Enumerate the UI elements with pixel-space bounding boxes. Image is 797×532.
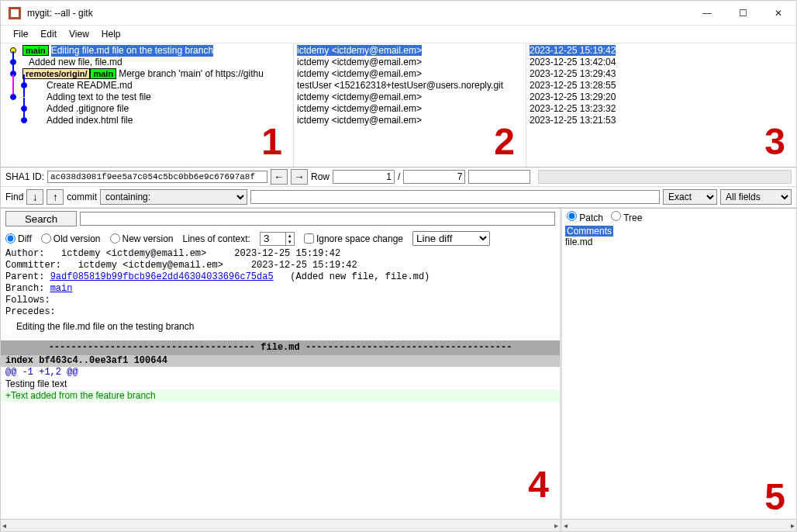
app-icon [9, 7, 21, 19]
menu-view[interactable]: View [63, 27, 95, 41]
diff-options-row: Diff Old version New version Lines of co… [1, 229, 560, 248]
author-entry: ictdemy <ictdemy@email.em> [297, 68, 523, 80]
date-pane[interactable]: 2023-12-25 15:19:42 2023-12-25 13:42:04 … [526, 43, 796, 167]
diff-body[interactable]: Author: ictdemy <ictdemy@email.em> 2023-… [1, 248, 560, 519]
commit-full-message: Editing the file.md file on the testing … [1, 318, 560, 340]
find-match-select[interactable]: Exact [663, 189, 717, 205]
patch-tree-row: Patch Tree [562, 209, 796, 226]
branch-label: main [90, 68, 116, 79]
commit-row[interactable]: Added .gitignore file [4, 103, 290, 115]
close-button[interactable]: ✕ [761, 1, 796, 26]
sha-label: SHA1 ID: [5, 171, 44, 182]
date-entry: 2023-12-25 13:28:55 [530, 80, 793, 92]
nav-back-button[interactable]: ← [271, 169, 288, 185]
row-sep: / [398, 171, 400, 182]
new-version-radio[interactable]: New version [110, 233, 174, 244]
diff-context-line: Testing file text [1, 378, 560, 390]
nav-forward-button[interactable]: → [291, 169, 308, 185]
tree-radio[interactable]: Tree [611, 211, 642, 223]
find-next-button[interactable]: ↓ [26, 189, 43, 205]
commit-row[interactable]: Adding text to the test file [4, 92, 290, 103]
scroll-right-icon: ▸ [791, 521, 795, 530]
minimize-button[interactable]: — [689, 1, 725, 26]
search-row: Search [1, 209, 560, 229]
author-entry: ictdemy <ictdemy@email.em> [297, 57, 523, 68]
progress-area [538, 170, 792, 184]
hscrollbar[interactable]: ◂▸ [1, 519, 560, 531]
lines-context-spinner[interactable]: ▴▾ [260, 232, 295, 246]
window-controls: — ☐ ✕ [689, 1, 796, 26]
top-panes: main Editing file.md file on the testing… [1, 43, 796, 168]
diff-panel: Search Diff Old version New version Line… [1, 209, 562, 531]
date-entry: 2023-12-25 13:42:04 [530, 57, 793, 68]
commit-message: Added index.html file [47, 115, 133, 126]
commit-message: Merge branch 'main' of https://githu [119, 68, 264, 80]
spin-up-icon[interactable]: ▴ [285, 233, 294, 239]
diff-file-header: ------------------------------------- fi… [1, 340, 560, 355]
date-entry: 2023-12-25 13:29:20 [530, 92, 793, 103]
file-list[interactable]: Comments file.md [562, 226, 796, 519]
diff-index-line: index bf463c4..0ee3af1 100644 [1, 355, 560, 367]
branch-link[interactable]: main [50, 283, 73, 294]
date-entry: 2023-12-25 13:29:43 [530, 68, 793, 80]
commit-row[interactable]: Added index.html file [4, 115, 290, 126]
old-version-radio[interactable]: Old version [41, 233, 101, 244]
menu-help[interactable]: Help [95, 27, 127, 41]
comments-header[interactable]: Comments [565, 226, 613, 237]
find-label: Find [5, 192, 23, 202]
menu-file[interactable]: File [7, 27, 34, 41]
annotation-overlay-3: 3 [764, 123, 785, 161]
commit-graph-pane[interactable]: main Editing file.md file on the testing… [1, 43, 294, 167]
diff-radio[interactable]: Diff [5, 233, 32, 244]
search-button[interactable]: Search [5, 211, 77, 226]
author-entry: ictdemy <ictdemy@email.em> [297, 103, 523, 115]
menu-edit[interactable]: Edit [34, 27, 63, 41]
scroll-right-icon: ▸ [554, 521, 558, 530]
commit-message: Editing file.md file on the testing bran… [51, 45, 213, 57]
lines-context-label: Lines of context: [183, 233, 250, 244]
search-input[interactable] [80, 212, 555, 226]
date-entry: 2023-12-25 13:23:32 [530, 103, 793, 115]
ignore-space-checkbox[interactable]: Ignore space change [304, 233, 403, 244]
annotation-overlay-1: 1 [261, 123, 282, 161]
annotation-overlay-5: 5 [764, 478, 785, 516]
author-entry: ictdemy <ictdemy@email.em> [297, 45, 422, 56]
bottom-split: Search Diff Old version New version Line… [1, 208, 796, 531]
file-entry[interactable]: file.md [565, 237, 793, 247]
diff-added-line: +Text added from the feature branch [1, 390, 560, 402]
commit-row[interactable]: Added new file, file.md [4, 57, 290, 68]
find-row: Find ↓ ↑ commit containing: Exact All fi… [1, 187, 796, 208]
author-entry: testUser <152162318+testUser@users.norep… [297, 80, 523, 92]
commit-message: Added .gitignore file [47, 103, 129, 115]
annotation-overlay-2: 2 [494, 123, 515, 161]
author-pane[interactable]: ictdemy <ictdemy@email.em> ictdemy <ictd… [294, 43, 526, 167]
patch-radio[interactable]: Patch [567, 211, 603, 223]
svg-rect-1 [11, 9, 19, 17]
parent-link[interactable]: 9adf085819b99fbcb96e2dd46304033696c75da5 [50, 271, 274, 282]
author-entry: ictdemy <ictdemy@email.em> [297, 115, 523, 126]
commit-message: Adding text to the test file [47, 92, 151, 103]
row-total: 7 [403, 170, 465, 184]
extra-field[interactable] [468, 170, 530, 184]
commit-row[interactable]: main Editing file.md file on the testing… [4, 45, 290, 57]
scroll-left-icon: ◂ [2, 521, 6, 530]
find-commit-label: commit [67, 192, 97, 202]
sha-row: SHA1 ID: ← → Row 1 / 7 [1, 168, 796, 187]
sha-id-field[interactable] [47, 171, 267, 183]
window-title: mygit: --all - gitk [27, 8, 689, 19]
find-input[interactable] [250, 190, 660, 204]
scroll-left-icon: ◂ [564, 521, 568, 530]
hscrollbar[interactable]: ◂▸ [562, 519, 796, 531]
titlebar: mygit: --all - gitk — ☐ ✕ [1, 1, 796, 26]
spin-down-icon[interactable]: ▾ [285, 239, 294, 245]
file-list-panel: Patch Tree Comments file.md 5 ◂▸ [562, 209, 796, 531]
linediff-select[interactable]: Line diff [412, 231, 490, 246]
maximize-button[interactable]: ☐ [725, 1, 761, 26]
author-entry: ictdemy <ictdemy@email.em> [297, 92, 523, 103]
find-prev-button[interactable]: ↑ [47, 189, 64, 205]
commit-row[interactable]: remotes/origin/main Merge branch 'main' … [4, 68, 290, 80]
find-fields-select[interactable]: All fields [720, 189, 792, 205]
menubar: File Edit View Help [1, 26, 796, 43]
find-mode-select[interactable]: containing: [100, 189, 247, 205]
commit-row[interactable]: Create README.md [4, 80, 290, 92]
